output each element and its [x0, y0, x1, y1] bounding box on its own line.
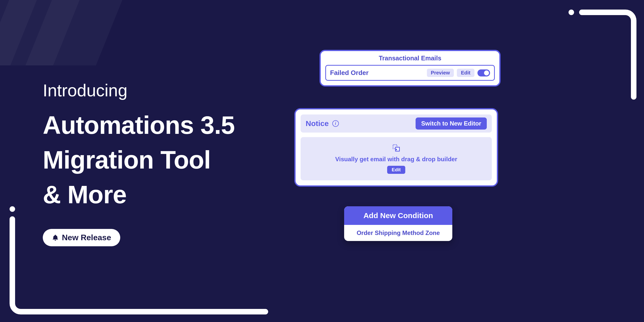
- email-row: Failed Order Preview Edit: [325, 65, 495, 81]
- builder-box: Visually get email with drag & drop buil…: [301, 137, 492, 180]
- switch-editor-button[interactable]: Switch to New Editor: [416, 117, 487, 130]
- badge-label: New Release: [62, 233, 111, 242]
- info-icon: i: [332, 120, 339, 127]
- notice-card: Notice i Switch to New Editor Visually g…: [294, 108, 498, 187]
- builder-edit-button[interactable]: Edit: [387, 166, 405, 174]
- edit-button[interactable]: Edit: [457, 69, 474, 77]
- bell-icon: [52, 234, 59, 241]
- notice-bar: Notice i Switch to New Editor: [301, 114, 492, 133]
- email-name: Failed Order: [330, 69, 424, 77]
- decorative-corner-top-right: [569, 8, 636, 98]
- decorative-chevrons: [0, 0, 113, 65]
- condition-option[interactable]: Order Shipping Method Zone: [344, 225, 452, 241]
- add-condition-button[interactable]: Add New Condition: [344, 206, 452, 225]
- new-release-badge: New Release: [43, 229, 120, 246]
- hero-content: Introducing Automations 3.5 Migration To…: [43, 80, 235, 246]
- condition-card: Add New Condition Order Shipping Method …: [344, 206, 452, 241]
- notice-title: Notice: [306, 119, 329, 128]
- builder-description: Visually get email with drag & drop buil…: [307, 156, 485, 163]
- enable-toggle[interactable]: [477, 69, 490, 76]
- emails-card-title: Transactional Emails: [325, 55, 495, 62]
- transactional-emails-card: Transactional Emails Failed Order Previe…: [319, 50, 501, 87]
- drag-drop-icon: [392, 144, 400, 153]
- hero-intro: Introducing: [43, 80, 235, 100]
- preview-button[interactable]: Preview: [427, 69, 454, 77]
- hero-headline: Automations 3.5 Migration Tool & More: [43, 108, 235, 212]
